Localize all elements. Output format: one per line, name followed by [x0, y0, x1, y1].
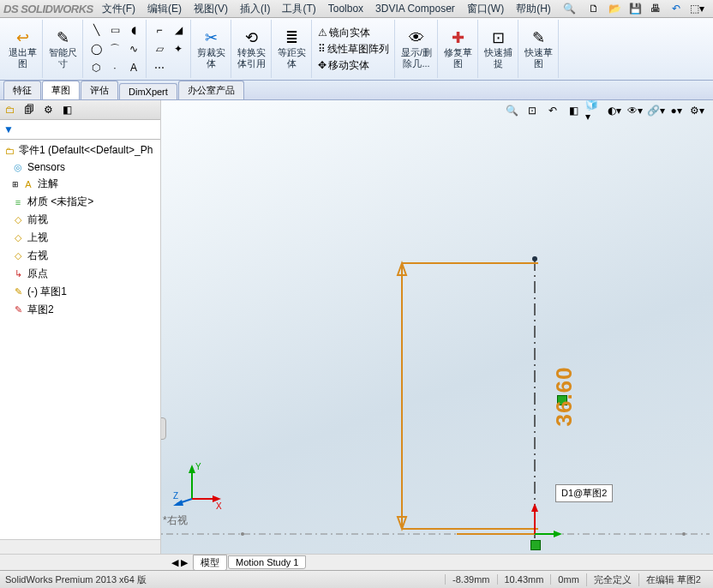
- tree-scrollbar[interactable]: [0, 539, 160, 554]
- menu-view[interactable]: 视图(V): [189, 0, 233, 18]
- svg-marker-14: [554, 531, 562, 537]
- open-icon[interactable]: 📂: [605, 0, 624, 17]
- tree-sketch1[interactable]: ✎(-) 草图1: [2, 283, 159, 301]
- status-left: SolidWorks Premium 2013 x64 版: [5, 573, 147, 586]
- ref-icon[interactable]: ✦: [170, 40, 187, 57]
- tree-right[interactable]: ◇右视: [2, 247, 159, 265]
- part-icon: 🗀: [3, 145, 15, 157]
- tree-top[interactable]: ◇上视: [2, 229, 159, 247]
- status-y: 10.43mm: [497, 574, 551, 585]
- more-icon[interactable]: ⋯: [151, 59, 168, 76]
- menu-3dvia[interactable]: 3DVIA Composer: [370, 1, 460, 16]
- fm-tab-3-icon[interactable]: ⚙: [41, 103, 55, 117]
- fillet-icon[interactable]: ⌐: [151, 21, 168, 39]
- tree-sensors[interactable]: ◎Sensors: [2, 159, 159, 175]
- sensors-icon: ◎: [12, 161, 24, 173]
- polygon-icon[interactable]: ⬡: [87, 59, 105, 76]
- tree-origin[interactable]: ↳原点: [2, 265, 159, 283]
- view-triad[interactable]: Y X Z: [173, 461, 225, 513]
- rect-icon[interactable]: ▭: [106, 21, 123, 39]
- sketch-icon: ✎: [12, 286, 24, 298]
- bottom-tab-bar: ◀ ▶ 模型 Motion Study 1: [0, 554, 713, 570]
- menu-help[interactable]: 帮助(H): [511, 0, 556, 18]
- snap-icon: ⊡: [490, 29, 507, 46]
- app-logo: DS SOLIDWORKS: [3, 3, 93, 15]
- qs-icon: ✎: [530, 29, 548, 46]
- svg-point-2: [682, 532, 686, 536]
- arc-icon[interactable]: ⌒: [106, 40, 123, 57]
- svg-marker-16: [189, 465, 195, 473]
- move-button[interactable]: ✥移动实体: [316, 57, 371, 74]
- expand-icon[interactable]: ⊞: [12, 180, 19, 189]
- tab-nav-icon[interactable]: ◀ ▶: [171, 557, 188, 568]
- tree-front[interactable]: ◇前视: [2, 211, 159, 229]
- menu-file[interactable]: 文件(F): [97, 0, 141, 18]
- menu-toolbox[interactable]: Toolbox: [323, 1, 368, 16]
- fm-tab-2-icon[interactable]: 🗐: [22, 103, 36, 117]
- offset-icon: ≣: [284, 29, 301, 46]
- plane-icon: ◇: [12, 250, 24, 262]
- menu-bar: 文件(F) 编辑(E) 视图(V) 插入(I) 工具(T) Toolbox 3D…: [93, 0, 584, 18]
- tab-sketch[interactable]: 草图: [42, 81, 80, 99]
- mirror-button[interactable]: ⚠镜向实体: [316, 25, 372, 41]
- undo-icon[interactable]: ↶: [667, 0, 686, 17]
- save-icon[interactable]: 💾: [626, 0, 644, 17]
- tab-office[interactable]: 办公室产品: [178, 81, 244, 99]
- smart-dimension-button[interactable]: ✎ 智能尺 寸: [47, 27, 79, 69]
- sketch-icon: ✎: [12, 304, 24, 316]
- tab-model[interactable]: 模型: [193, 555, 227, 571]
- fm-tab-1-icon[interactable]: 🗀: [3, 103, 17, 117]
- pattern-icon: ⠿: [318, 43, 326, 55]
- exit-sketch-button[interactable]: ↩ 退出草 图: [7, 27, 39, 69]
- select-icon[interactable]: ⬚▾: [687, 0, 706, 17]
- dimension-tag[interactable]: D1@草图2: [555, 484, 613, 502]
- feature-manager: 🗀 🗐 ⚙ ◧ ▼ 🗀零件1 (Default<<Default>_Ph ◎Se…: [0, 100, 161, 554]
- point-icon[interactable]: ·: [106, 59, 123, 76]
- menu-window[interactable]: 窗口(W): [462, 0, 509, 18]
- tab-dimxpert[interactable]: DimXpert: [119, 83, 177, 99]
- dimension-icon: ✎: [55, 29, 72, 46]
- quick-sketch-button[interactable]: ✎ 快速草 图: [523, 27, 554, 69]
- plane-icon: ◇: [12, 214, 24, 226]
- tab-motion[interactable]: Motion Study 1: [228, 555, 306, 569]
- tree-root[interactable]: 🗀零件1 (Default<<Default>_Ph: [2, 141, 159, 159]
- chamfer-icon[interactable]: ◢: [170, 21, 187, 39]
- print-icon[interactable]: 🖶: [646, 0, 665, 17]
- pattern-button[interactable]: ⠿线性草图阵列: [316, 41, 391, 57]
- status-bar: SolidWorks Premium 2013 x64 版 -8.39mm 10…: [0, 570, 713, 588]
- circle-icon[interactable]: ◯: [87, 40, 105, 57]
- tab-features[interactable]: 特征: [3, 81, 41, 99]
- origin-icon: ↳: [12, 268, 24, 280]
- graphics-viewport[interactable]: 🔍 ⊡ ↶ ◧ 🧊▾ ◐▾ 👁▾ 🔗▾ ●▾ ⚙▾ 36.60 D1@草图: [161, 100, 713, 554]
- slot-icon[interactable]: ◖: [125, 21, 142, 39]
- convert-icon: ⟲: [243, 29, 261, 46]
- menu-insert[interactable]: 插入(I): [235, 0, 275, 18]
- spline-icon[interactable]: ∿: [125, 40, 142, 57]
- menu-tools[interactable]: 工具(T): [277, 0, 321, 18]
- show-button[interactable]: 👁 显示/删 除几...: [399, 27, 434, 69]
- convert-button[interactable]: ⟲ 转换实 体引用: [236, 27, 267, 69]
- dimension-value[interactable]: 36.60: [551, 366, 578, 426]
- text-icon[interactable]: A: [125, 59, 142, 76]
- filter-icon[interactable]: ▼: [3, 123, 14, 135]
- menu-edit[interactable]: 编辑(E): [142, 0, 187, 18]
- line-icon[interactable]: ╲: [87, 21, 105, 39]
- trim-button[interactable]: ✂ 剪裁实 体: [195, 27, 227, 69]
- quick-snap-button[interactable]: ⊡ 快速捕 捉: [482, 27, 514, 69]
- new-icon[interactable]: 🗋: [584, 0, 603, 17]
- tree-annotations[interactable]: ⊞A注解: [2, 175, 159, 193]
- offset-button[interactable]: ≣ 等距实 体: [276, 27, 308, 69]
- svg-marker-12: [531, 503, 538, 512]
- search-icon[interactable]: 🔍: [558, 1, 581, 16]
- trim-icon: ✂: [203, 29, 220, 46]
- view-name-label: *右视: [163, 513, 188, 528]
- fm-tab-4-icon[interactable]: ◧: [60, 103, 74, 117]
- tree-sketch2[interactable]: ✎草图2: [2, 301, 159, 319]
- command-tabs: 特征 草图 评估 DimXpert 办公室产品: [0, 81, 713, 100]
- tree-material[interactable]: ≡材质 <未指定>: [2, 193, 159, 211]
- quick-access-toolbar: 🗋 📂 💾 🖶 ↶ ⬚▾: [584, 0, 710, 17]
- plane-icon[interactable]: ▱: [151, 40, 168, 57]
- tab-evaluate[interactable]: 评估: [81, 81, 118, 99]
- repair-button[interactable]: ✚ 修复草 图: [442, 27, 474, 69]
- repair-icon: ✚: [450, 29, 467, 46]
